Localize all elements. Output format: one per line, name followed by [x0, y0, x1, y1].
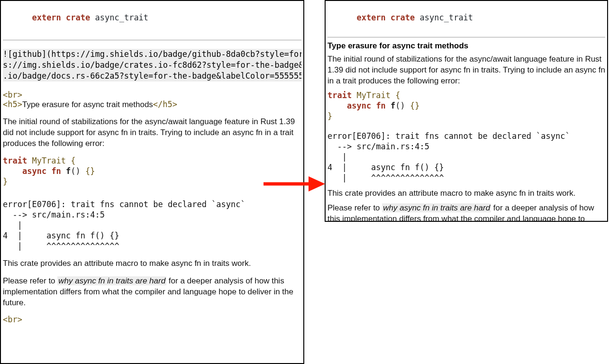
- extern-crate-line: extern crate async_trait: [327, 2, 605, 33]
- spacer: [327, 121, 605, 127]
- intro-paragraph: The initial round of stabilizations for …: [3, 116, 301, 149]
- spacer: [3, 82, 301, 90]
- h5-tag-line: <h5>Type erasure for async trait methods…: [3, 100, 301, 109]
- heading-text: Type erasure for async trait methods: [22, 100, 153, 109]
- ident-async-trait: async_trait: [95, 13, 149, 22]
- br-tag: <br>: [3, 90, 301, 100]
- shield-badge-block: ![github](https://img.shields.io/badge/g…: [3, 49, 301, 82]
- refer-paragraph: Please refer to why async fn in traits a…: [327, 202, 605, 222]
- heading-text: Type erasure for async trait methods: [327, 41, 605, 51]
- refer-paragraph: Please refer to why async fn in traits a…: [3, 275, 301, 308]
- kw-crate: crate: [66, 13, 95, 22]
- err-line-1: error[E0706]: trait fns cannot be declar…: [327, 131, 605, 141]
- trait-code-block: trait MyTrait { async fn f() {} }: [327, 90, 605, 121]
- trait-line-3: }: [327, 111, 605, 121]
- horizontal-rule: [327, 37, 605, 37]
- kw-extern: extern: [32, 13, 66, 22]
- err-line-4: 4 | async fn f() {}: [3, 230, 301, 241]
- err-line-3: |: [327, 152, 605, 162]
- h5-open: <h5>: [3, 100, 22, 109]
- compiler-error-block: error[E0706]: trait fns cannot be declar…: [327, 131, 605, 183]
- err-line-5: | ^^^^^^^^^^^^^^^: [3, 241, 301, 251]
- extern-crate-line: extern crate async_trait: [3, 2, 301, 33]
- trait-line-1: trait MyTrait {: [327, 90, 605, 100]
- after-error-paragraph: This crate provides an attribute macro t…: [327, 188, 605, 199]
- badge-line-1: ![github](https://img.shields.io/badge/g…: [3, 49, 301, 60]
- err-line-5: | ^^^^^^^^^^^^^^^: [327, 173, 605, 183]
- refer-link[interactable]: why async fn in traits are hard: [382, 203, 491, 212]
- err-line-1: error[E0706]: trait fns cannot be declar…: [3, 199, 301, 209]
- badge-line-2: s://img.shields.io/badge/crates.io-fc8d6…: [3, 60, 301, 71]
- horizontal-rule: [3, 40, 301, 40]
- trait-code-block: trait MyTrait { async fn f() {} }: [3, 155, 301, 187]
- spacer: [3, 187, 301, 195]
- trailing-br-tag: <br>: [3, 315, 301, 324]
- badge-line-3: .io/badge/docs.rs-66c2a5?style=for-the-b…: [3, 71, 301, 82]
- refer-pre: Please refer to: [3, 276, 57, 285]
- comparison-stage: extern crate async_trait ![github](https…: [0, 0, 609, 364]
- refer-link[interactable]: why async fn in traits are hard: [57, 276, 166, 285]
- trait-line-2: async fn f() {}: [3, 166, 301, 176]
- err-line-2: --> src/main.rs:4:5: [3, 209, 301, 220]
- source-panel: extern crate async_trait ![github](https…: [0, 0, 304, 364]
- h5-close: </h5>: [153, 100, 177, 109]
- compiler-error-block: error[E0706]: trait fns cannot be declar…: [3, 199, 301, 251]
- err-line-3: |: [3, 220, 301, 230]
- after-error-paragraph: This crate provides an attribute macro t…: [3, 258, 301, 269]
- rendered-panel: extern crate async_trait Type erasure fo…: [325, 0, 608, 222]
- trait-line-3: }: [3, 176, 301, 187]
- refer-pre: Please refer to: [327, 203, 382, 212]
- err-line-4: 4 | async fn f() {}: [327, 162, 605, 173]
- trait-line-1: trait MyTrait {: [3, 155, 301, 166]
- intro-paragraph: The initial round of stabilizations for …: [327, 54, 605, 86]
- trait-line-2: async fn f() {}: [327, 100, 605, 111]
- svg-marker-1: [309, 176, 325, 191]
- err-line-2: --> src/main.rs:4:5: [327, 141, 605, 152]
